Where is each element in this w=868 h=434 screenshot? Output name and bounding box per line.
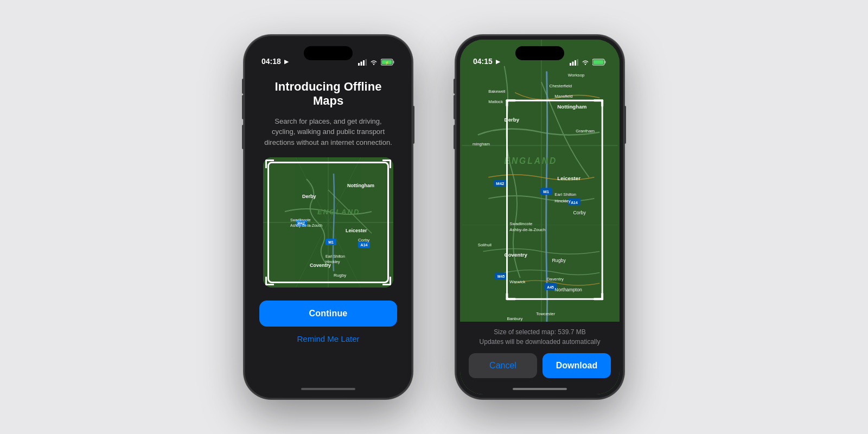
svg-text:Nottingham: Nottingham (557, 104, 586, 110)
volume-down-button-2 (454, 125, 456, 149)
volume-up-button (242, 95, 244, 119)
svg-rect-31 (570, 63, 571, 66)
status-time-2: 04:15 ▶ (473, 57, 500, 66)
intro-description: Search for places, and get driving, cycl… (259, 116, 397, 148)
home-indicator-1 (301, 388, 355, 390)
volume-up-button-2 (454, 95, 456, 119)
svg-text:Warwick: Warwick (509, 279, 525, 284)
corner-bl (265, 277, 274, 285)
svg-rect-34 (577, 59, 579, 66)
phone-1-content: Introducing Offline Maps Search for plac… (248, 69, 408, 394)
svg-rect-38 (593, 60, 604, 65)
remind-later-button[interactable]: Remind Me Later (297, 334, 359, 343)
svg-text:Daventry: Daventry (547, 277, 564, 282)
svg-rect-6 (393, 61, 394, 63)
svg-text:Matlock: Matlock (488, 99, 503, 104)
svg-rect-33 (575, 60, 576, 66)
volume-down-button (242, 125, 244, 149)
svg-text:Banbury: Banbury (507, 316, 522, 321)
svg-text:Northampton: Northampton (554, 287, 582, 292)
phone-2: 04:15 ▶ (456, 35, 624, 399)
svg-text:Swadlincote: Swadlincote (509, 221, 532, 226)
location-icon-2: ▶ (496, 59, 500, 65)
svg-text:Rugby: Rugby (552, 258, 566, 263)
cancel-button[interactable]: Cancel (469, 353, 537, 378)
download-button[interactable]: Download (542, 353, 611, 378)
corner-br (382, 277, 391, 285)
home-indicator-2 (513, 388, 567, 390)
svg-text:Ashby-de-la-Zouch: Ashby-de-la-Zouch (509, 227, 545, 232)
svg-text:Hinckley: Hinckley (554, 199, 571, 203)
svg-rect-2 (363, 60, 365, 66)
map-update-text: Updates will be downloaded automatically (469, 338, 611, 346)
svg-text:Grantham: Grantham (576, 129, 595, 133)
svg-text:Towcester: Towcester (536, 311, 556, 316)
svg-point-4 (373, 63, 374, 65)
svg-text:M1: M1 (543, 189, 549, 194)
svg-text:Solihull: Solihull (478, 242, 492, 247)
svg-rect-3 (366, 59, 367, 66)
svg-point-35 (585, 63, 586, 65)
dynamic-island-2 (515, 46, 564, 60)
battery-icon: ⚡ (381, 59, 395, 66)
silent-switch (242, 79, 244, 94)
svg-text:ENGLAND: ENGLAND (505, 156, 558, 165)
svg-text:A14: A14 (571, 201, 578, 205)
svg-text:Coventry: Coventry (505, 252, 528, 258)
power-button (412, 106, 414, 144)
signal-icon-2 (570, 59, 578, 66)
wifi-icon-2 (581, 59, 590, 66)
map-bottom-panel: Size of selected map: 539.7 MB Updates w… (460, 322, 620, 394)
svg-rect-32 (572, 61, 574, 66)
wifi-icon (369, 59, 378, 66)
dynamic-island (304, 46, 353, 60)
intro-title: Introducing Offline Maps (259, 80, 397, 108)
status-time-1: 04:18 ▶ (261, 57, 289, 66)
map-background: M1 M42 A14 Nottingham Derby Leicester Co… (263, 157, 393, 288)
full-map-background: M1 M42 M45 A14 A45 Nottingham Derby Leic… (460, 40, 620, 394)
power-button-2 (624, 106, 626, 144)
status-icons-1: ⚡ (358, 59, 395, 66)
silent-switch-2 (454, 79, 456, 94)
corner-tl (265, 159, 274, 168)
svg-text:M45: M45 (497, 275, 505, 278)
svg-text:Leicester: Leicester (557, 175, 580, 181)
svg-rect-0 (358, 63, 360, 66)
phone-2-content: M1 M42 M45 A14 A45 Nottingham Derby Leic… (460, 40, 620, 394)
map-selection (267, 162, 389, 283)
svg-text:Corby: Corby (573, 210, 586, 215)
svg-text:Mansfield: Mansfield (554, 94, 572, 99)
continue-button[interactable]: Continue (259, 301, 397, 327)
svg-rect-1 (361, 61, 362, 66)
svg-text:A45: A45 (547, 285, 554, 289)
svg-text:mingham: mingham (473, 142, 490, 146)
map-preview: M1 M42 A14 Nottingham Derby Leicester Co… (263, 157, 393, 288)
map-size-text: Size of selected map: 539.7 MB (469, 328, 611, 336)
svg-text:Chesterfield: Chesterfield (550, 84, 572, 88)
corner-tr (382, 159, 391, 168)
phone-1: 04:18 ▶ (244, 35, 412, 399)
signal-icon (358, 59, 367, 66)
svg-text:Worksop: Worksop (568, 73, 585, 78)
svg-rect-37 (605, 61, 606, 63)
svg-text:⚡: ⚡ (385, 60, 390, 65)
svg-text:Bakewell: Bakewell (488, 89, 505, 94)
battery-icon-2 (592, 59, 607, 66)
svg-text:M42: M42 (496, 181, 505, 186)
svg-text:Earl Shilton: Earl Shilton (554, 192, 576, 197)
action-buttons: Cancel Download (469, 353, 611, 378)
location-icon: ▶ (284, 59, 289, 65)
status-icons-2 (570, 59, 607, 66)
